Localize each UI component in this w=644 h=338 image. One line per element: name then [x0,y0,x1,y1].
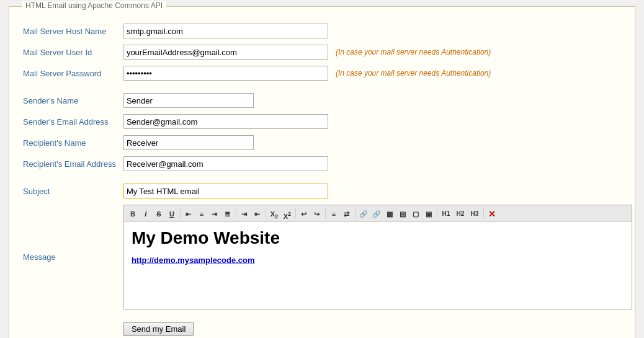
h2-button[interactable]: H2 [454,207,467,220]
block-button[interactable]: ▢ [409,207,422,220]
h1-button[interactable]: H1 [439,207,453,220]
sender-name-label: Sender's Name [19,90,120,111]
toolbar-sep-7 [437,208,437,218]
italic-button[interactable]: I [140,207,152,220]
toolbar-sep-6 [355,208,356,218]
toolbar-sep-2 [236,208,236,218]
sender-name-row: Sender's Name [19,90,636,111]
editor-heading: My Demo Website [132,228,624,248]
indent-button[interactable]: ⇥ [238,207,251,220]
ordered-list-button[interactable]: ⇄ [341,207,353,220]
strikethrough-button[interactable]: S [153,207,165,220]
outdent-button[interactable]: ⇤ [251,207,264,220]
hr-button[interactable]: ▤ [396,207,409,220]
image-button[interactable]: ▣ [423,207,435,220]
recipient-email-input[interactable] [123,156,328,171]
mail-server-pass-note: (In case your mail server needs Authenti… [332,63,636,84]
bold-button[interactable]: B [127,207,139,220]
align-left-button[interactable]: ⇤ [182,207,195,220]
mail-server-pass-row: Mail Server Password (In case your mail … [19,63,636,84]
recipient-name-input[interactable] [123,135,254,150]
subject-cell [120,180,636,202]
recipient-name-row: Recipient's Name [19,132,636,153]
unordered-list-button[interactable]: ≡ [328,207,340,220]
recipient-email-label: Recipient's Email Address [19,153,120,174]
mail-server-pass-cell [120,63,332,84]
recipient-email-cell [120,153,332,174]
main-panel: HTML Email using Apache Commons API Mail… [9,6,635,338]
mail-server-host-cell [120,20,332,42]
mail-server-pass-label: Mail Server Password [19,63,120,84]
mail-server-host-label: Mail Server Host Name [19,20,120,42]
underline-button[interactable]: U [166,207,178,220]
recipient-name-label: Recipient's Name [19,132,120,153]
redo-button[interactable]: ↪ [311,207,323,220]
message-row: Message B I S U ⇤ [19,202,636,313]
subscript-button[interactable]: X2 [268,207,280,220]
toolbar-sep-1 [180,208,181,218]
toolbar-sep-3 [266,208,266,218]
mail-server-user-input[interactable] [123,45,328,60]
sender-name-cell [120,90,332,111]
send-button-row: Send my Email [19,313,636,338]
undo-button[interactable]: ↩ [298,207,310,220]
link-button[interactable]: 🔗 [357,207,370,220]
unlink-button[interactable]: 🔗 [370,207,383,220]
editor-link[interactable]: http://demo.mysamplecode.com [132,256,255,265]
message-cell: B I S U ⇤ ≡ ⇥ [120,202,636,313]
mail-server-user-note: (In case your mail server needs Authenti… [332,42,636,63]
toolbar-sep-4 [295,208,296,218]
mail-server-user-label: Mail Server User Id [19,42,120,63]
subject-row: Subject [19,180,636,202]
send-button-cell: Send my Email [120,313,636,338]
editor-body[interactable]: My Demo Website http://demo.mysamplecode… [124,222,632,309]
align-center-button[interactable]: ≡ [195,207,208,220]
panel-title: HTML Email using Apache Commons API [22,1,166,10]
clear-button[interactable]: ✕ [486,207,498,220]
justify-button[interactable]: ≣ [221,207,234,220]
send-email-button[interactable]: Send my Email [123,322,194,336]
toolbar-sep-5 [325,208,326,218]
superscript-button[interactable]: X2 [281,207,293,220]
rich-text-editor[interactable]: B I S U ⇤ ≡ ⇥ [123,205,632,309]
recipient-email-row: Recipient's Email Address [19,153,636,174]
sender-email-input[interactable] [123,114,328,129]
sender-email-label: Sender's Email Address [19,111,120,132]
mail-server-pass-input[interactable] [123,66,328,81]
spacer-row-1 [19,84,636,90]
toolbar-sep-8 [483,208,484,218]
sender-name-input[interactable] [123,93,254,108]
sender-email-cell [120,111,332,132]
message-label: Message [19,202,120,313]
mail-server-user-row: Mail Server User Id (In case your mail s… [19,42,636,63]
editor-toolbar: B I S U ⇤ ≡ ⇥ [124,205,632,222]
subject-label: Subject [19,180,120,202]
mail-server-user-cell [120,42,332,63]
recipient-name-cell [120,132,332,153]
sender-email-row: Sender's Email Address [19,111,636,132]
align-right-button[interactable]: ⇥ [208,207,221,220]
spacer-row-2 [19,174,636,180]
subject-input[interactable] [123,184,328,198]
mail-server-host-input[interactable] [123,24,328,38]
form-table: Mail Server Host Name Mail Server User I… [19,20,636,338]
mail-server-host-row: Mail Server Host Name [19,20,636,42]
h3-button[interactable]: H3 [468,207,481,220]
table-button[interactable]: ▦ [383,207,396,220]
